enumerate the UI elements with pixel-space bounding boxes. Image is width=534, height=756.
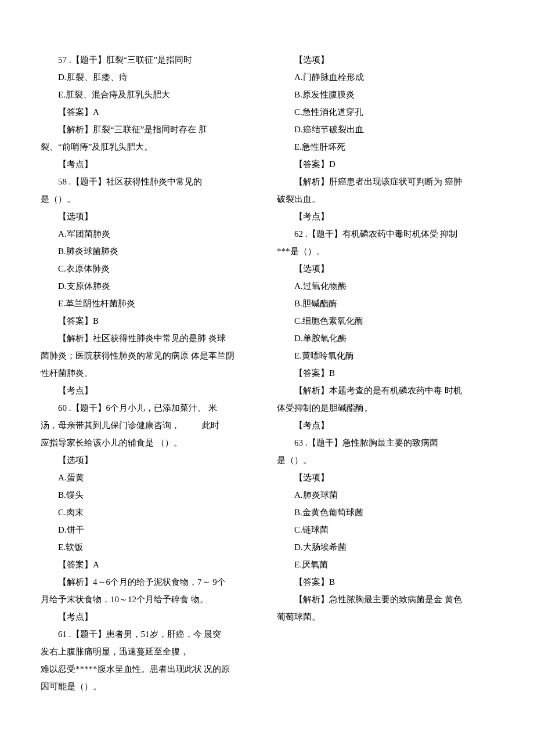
text-line: B.胆碱酯酶 [277,295,493,312]
text-line: E.厌氧菌 [277,556,493,573]
text-line: 【解析】肝癌患者出现该症状可判断为 癌肿 [277,173,493,190]
text-line: 63 .【题干】急性脓胸最主要的致病菌 [277,434,493,451]
text-line: 破裂出血。 [277,190,493,208]
text-line: 难以忍受*****腹水呈血性。患者出现此状 况的原 [41,660,257,678]
text-line: 月给予末状食物，10～12个月给予碎食 物。 [41,591,257,608]
text-line: A.过氧化物酶 [277,277,493,295]
text-line: A.门静脉血栓形成 [277,68,493,86]
text-line: A.肺炎球菌 [277,486,493,504]
text-line: E.急性肝坏死 [277,138,493,155]
text-line: 发右上腹胀痛明显，迅速蔓延至全腹， [41,643,257,660]
text-line: 【答案】A [41,103,257,121]
text-line: 葡萄球菌。 [277,608,493,625]
text-line: 汤，母亲带其到儿保门诊健康咨询， 此时 [41,417,257,434]
text-line: 是（）。 [277,451,493,469]
text-line: D.单胺氧化酶 [277,330,493,347]
text-line: 60 .【题干】6个月小儿，已添加菜汁、 米 [41,399,257,417]
text-line: 【答案】B [41,312,257,330]
text-line: C.链球菌 [277,521,493,538]
text-line: E.革兰阴性杆菌肺炎 [41,295,257,312]
text-line: A.军团菌肺炎 [41,225,257,243]
text-line: 【选项】 [277,260,493,277]
text-line: B.馒头 [41,486,257,504]
text-line: 【解析】本题考查的是有机磷农药中毒 时机 [277,382,493,399]
text-line: C.肉末 [41,504,257,521]
text-line: 61 .【题干】患者男，51岁，肝癌，今 晨突 [41,625,257,643]
text-line: 【答案】B [277,573,493,591]
text-line: 【考点】 [277,417,493,434]
text-line: 体受抑制的是胆碱酯酶。 [277,399,493,417]
text-line: ***是（）。 [277,243,493,260]
text-line: 【解析】社区获得性肺炎中常见的是肺 炎球 [41,330,257,347]
text-line: C.衣原体肺炎 [41,260,257,277]
text-line: 因可能是（）。 [41,678,257,695]
text-line: 62 .【题干】有机磷农药中毒时机体受 抑制 [277,225,493,243]
text-line: 【选项】 [277,51,493,68]
text-columns: 57 .【题干】肛裂“三联征”是指同时D.肛裂、肛痿、痔E.肛裂、混合痔及肛乳头… [41,51,493,707]
text-line: E.黄嘌呤氧化酶 [277,347,493,364]
text-line: D.饼干 [41,521,257,538]
text-line: 【考点】 [277,208,493,225]
text-line: 【选项】 [41,208,257,225]
text-line: D.癌结节破裂出血 [277,121,493,138]
text-line: 【答案】A [41,556,257,573]
text-line: B.金黄色葡萄球菌 [277,504,493,521]
text-line: C.急性消化道穿孔 [277,103,493,121]
text-line: 【解析】急性脓胸最主要的致病菌是金 黄色 [277,591,493,608]
text-line: E.软饭 [41,538,257,556]
text-line: 【答案】B [277,364,493,382]
text-line: C.细胞色素氧化酶 [277,312,493,330]
text-line: B.肺炎球菌肺炎 [41,243,257,260]
text-line: 57 .【题干】肛裂“三联征”是指同时 [41,51,257,68]
text-line: 【考点】 [41,608,257,625]
text-line: D.支原体肺炎 [41,277,257,295]
text-line: D.肛裂、肛痿、痔 [41,68,257,86]
text-line: 58 .【题干】社区获得性肺炎中常见的 [41,173,257,190]
text-line: 【解析】4～6个月的给予泥状食物，7～ 9个 [41,573,257,591]
page-root: 57 .【题干】肛裂“三联征”是指同时D.肛裂、肛痿、痔E.肛裂、混合痔及肛乳头… [0,0,534,756]
text-line: 是（）。 [41,190,257,208]
text-line: 菌肺炎；医院获得性肺炎的常见的病原 体是革兰阴 [41,347,257,364]
text-line: 【答案】D [277,155,493,173]
text-line: E.肛裂、混合痔及肛乳头肥大 [41,86,257,103]
text-line: 裂、“前哨痔”及肛乳头肥大。 [41,138,257,155]
text-line: 应指导家长给该小儿的辅食是 （）。 [41,434,257,451]
text-line: D.大肠埃希菌 [277,538,493,556]
text-line: 【解析】肛裂“三联征”是指同时存在 肛 [41,121,257,138]
text-line: 【选项】 [41,451,257,469]
text-line: 【考点】 [41,382,257,399]
text-line: 性杆菌肺炎。 [41,364,257,382]
text-line: 【考点】 [41,155,257,173]
text-line: A.蛋黄 [41,469,257,486]
text-line: B.原发性腹膜炎 [277,86,493,103]
text-line: 【选项】 [277,469,493,486]
